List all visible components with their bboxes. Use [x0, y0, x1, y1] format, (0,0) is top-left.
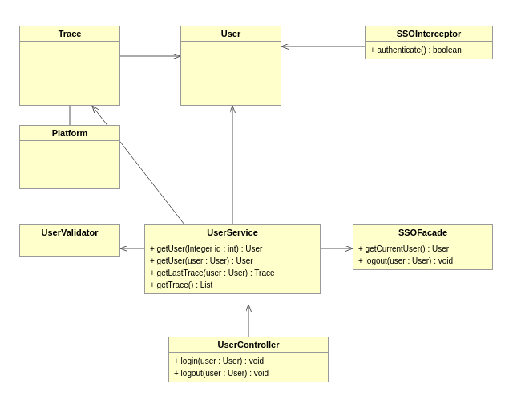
userservice-method-3: + getLastTrace(user : User) : Trace: [150, 267, 315, 279]
usercontroller-class-body: + login(user : User) : void + logout(use…: [169, 353, 328, 382]
userservice-class: UserService + getUser(Integer id : int) …: [144, 224, 321, 294]
usercontroller-method-2: + logout(user : User) : void: [174, 367, 323, 379]
ssofacade-class-body: + getCurrentUser() : User + logout(user …: [353, 240, 492, 269]
userservice-class-body: + getUser(Integer id : int) : User + get…: [145, 240, 320, 293]
usercontroller-class: UserController + login(user : User) : vo…: [168, 337, 329, 382]
userservice-method-4: + getTrace() : List: [150, 279, 315, 291]
ssofacade-method-1: + getCurrentUser() : User: [358, 243, 487, 255]
ssointerceptor-class-body: + authenticate() : boolean: [366, 42, 492, 59]
user-class-body: [181, 42, 281, 94]
uservalidator-class-body: [20, 240, 119, 256]
user-class-header: User: [181, 26, 281, 42]
userservice-method-2: + getUser(user : User) : User: [150, 255, 315, 267]
trace-class-body: [20, 42, 119, 94]
ssointerceptor-class-header: SSOInterceptor: [366, 26, 492, 42]
userservice-method-1: + getUser(Integer id : int) : User: [150, 243, 315, 255]
trace-class: Trace: [19, 26, 120, 106]
trace-class-header: Trace: [20, 26, 119, 42]
ssointerceptor-class: SSOInterceptor + authenticate() : boolea…: [365, 26, 493, 59]
uservalidator-class: UserValidator: [19, 224, 120, 257]
user-class: User: [180, 26, 281, 106]
ssofacade-class-header: SSOFacade: [353, 225, 492, 240]
platform-class-body: [20, 141, 119, 177]
ssointerceptor-method-1: + authenticate() : boolean: [370, 44, 487, 56]
userservice-class-header: UserService: [145, 225, 320, 240]
platform-class: Platform: [19, 125, 120, 189]
ssofacade-method-2: + logout(user : User) : void: [358, 255, 487, 267]
usercontroller-method-1: + login(user : User) : void: [174, 355, 323, 367]
platform-class-header: Platform: [20, 126, 119, 141]
ssofacade-class: SSOFacade + getCurrentUser() : User + lo…: [353, 224, 493, 270]
usercontroller-class-header: UserController: [169, 337, 328, 353]
uml-diagram: Trace User SSOInterceptor + authenticate…: [0, 0, 509, 420]
uservalidator-class-header: UserValidator: [20, 225, 119, 240]
